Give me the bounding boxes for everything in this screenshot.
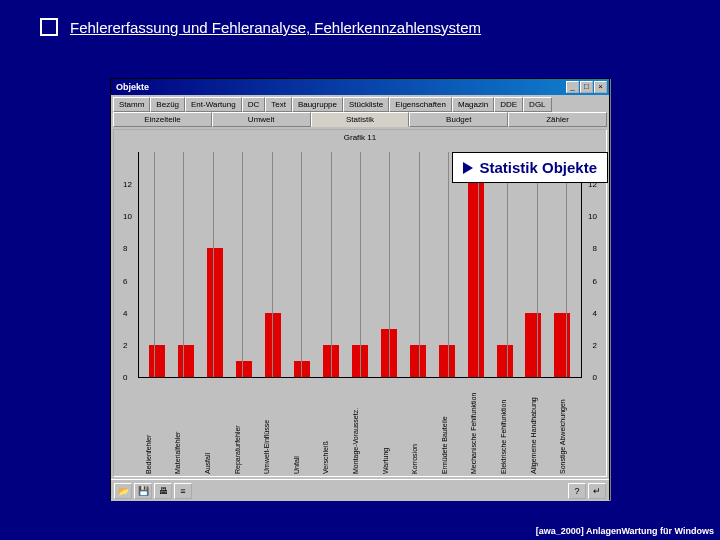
tab[interactable]: Baugruppe bbox=[292, 97, 343, 112]
chart-area: Grafik 11 Statistik Objekte 002244668810… bbox=[113, 129, 607, 477]
x-label: Wartung bbox=[382, 380, 398, 474]
config-button[interactable]: ≡ bbox=[174, 483, 192, 499]
x-label: Bedienfehler bbox=[145, 380, 161, 474]
y-tick: 6 bbox=[123, 276, 127, 285]
chart-plot: 002244668810101212 bbox=[138, 152, 582, 378]
tab[interactable]: DGL bbox=[523, 97, 551, 112]
window-title: Objekte bbox=[113, 82, 149, 92]
tab[interactable]: DC bbox=[242, 97, 266, 112]
tab[interactable]: Ent-Wartung bbox=[185, 97, 242, 112]
tab[interactable]: Statistik bbox=[311, 112, 410, 127]
maximize-button[interactable]: □ bbox=[580, 81, 593, 93]
chart-bar bbox=[178, 345, 194, 377]
window-titlebar[interactable]: Objekte _ □ × bbox=[111, 79, 609, 95]
help-button[interactable]: ? bbox=[568, 483, 586, 499]
chart-bar bbox=[265, 313, 281, 377]
slide-footer: [awa_2000] AnlagenWartung für Windows bbox=[536, 526, 714, 536]
chart-bar bbox=[497, 345, 513, 377]
tab[interactable]: Text bbox=[265, 97, 292, 112]
y-tick: 4 bbox=[123, 308, 127, 317]
x-axis-labels: BedienfehlerMaterialfehlerAusfallReparat… bbox=[138, 380, 582, 474]
tab[interactable]: Stamm bbox=[113, 97, 150, 112]
tab[interactable]: Eigenschaften bbox=[389, 97, 452, 112]
chart-bar bbox=[439, 345, 455, 377]
save-button[interactable]: 💾 bbox=[134, 483, 152, 499]
y-tick: 6 bbox=[593, 276, 597, 285]
x-label: Ermüdete Bauteile bbox=[441, 380, 457, 474]
tab[interactable]: DDE bbox=[494, 97, 523, 112]
tab[interactable]: Budget bbox=[409, 112, 508, 127]
tab[interactable]: Stückliste bbox=[343, 97, 389, 112]
app-window: Objekte _ □ × StammBezügEnt-WartungDCTex… bbox=[110, 78, 610, 500]
callout-text: Statistik Objekte bbox=[479, 159, 597, 176]
y-tick: 0 bbox=[593, 373, 597, 382]
x-label: Unfall bbox=[293, 380, 309, 474]
y-tick: 10 bbox=[123, 212, 132, 221]
tab[interactable]: Zähler bbox=[508, 112, 607, 127]
bullet-icon bbox=[40, 18, 58, 36]
x-label: Ausfall bbox=[204, 380, 220, 474]
print-button[interactable]: 🖶 bbox=[154, 483, 172, 499]
chart-bar bbox=[468, 152, 484, 377]
tab[interactable]: Magazin bbox=[452, 97, 494, 112]
chart-bar bbox=[207, 248, 223, 377]
chart-bar bbox=[236, 361, 252, 377]
x-label: Allgemeine Handhabung bbox=[530, 380, 546, 474]
x-label: Korrosion bbox=[411, 380, 427, 474]
y-tick: 2 bbox=[123, 340, 127, 349]
tab[interactable]: Bezüg bbox=[150, 97, 185, 112]
callout-box: Statistik Objekte bbox=[452, 152, 608, 183]
arrow-right-icon bbox=[463, 162, 473, 174]
y-tick: 2 bbox=[593, 340, 597, 349]
x-label: Mechanische Fehlfunktion bbox=[470, 380, 486, 474]
y-tick: 0 bbox=[123, 373, 127, 382]
x-label: Montage-Voraussetz. bbox=[352, 380, 368, 474]
y-tick: 8 bbox=[593, 244, 597, 253]
chart-bar bbox=[525, 313, 541, 377]
chart-bar bbox=[294, 361, 310, 377]
x-label: Materialfehler bbox=[174, 380, 190, 474]
slide-title-row: Fehlererfassung und Fehleranalyse, Fehle… bbox=[40, 18, 481, 36]
y-tick: 8 bbox=[123, 244, 127, 253]
open-button[interactable]: 📂 bbox=[114, 483, 132, 499]
x-label: Elektrische Fehlfunktion bbox=[500, 380, 516, 474]
tab[interactable]: Einzelteile bbox=[113, 112, 212, 127]
chart-bar bbox=[554, 313, 570, 377]
chart-title: Grafik 11 bbox=[344, 133, 376, 142]
x-label: Sonstige Abweichungen bbox=[559, 380, 575, 474]
y-tick: 10 bbox=[588, 212, 597, 221]
close-button[interactable]: × bbox=[594, 81, 607, 93]
bottom-toolbar: 📂 💾 🖶 ≡ ? ↵ bbox=[111, 479, 609, 501]
x-label: Verschleiß bbox=[322, 380, 338, 474]
y-tick: 4 bbox=[593, 308, 597, 317]
exit-button[interactable]: ↵ bbox=[588, 483, 606, 499]
chart-bar bbox=[149, 345, 165, 377]
slide-title: Fehlererfassung und Fehleranalyse, Fehle… bbox=[70, 19, 481, 36]
chart-bar bbox=[410, 345, 426, 377]
tab[interactable]: Umwelt bbox=[212, 112, 311, 127]
tab-strip: StammBezügEnt-WartungDCTextBaugruppeStüc… bbox=[111, 95, 609, 127]
x-label: Reparaturfehler bbox=[234, 380, 250, 474]
y-tick: 12 bbox=[123, 180, 132, 189]
x-label: Umwelt-Einflüsse bbox=[263, 380, 279, 474]
window-controls: _ □ × bbox=[566, 81, 607, 93]
minimize-button[interactable]: _ bbox=[566, 81, 579, 93]
